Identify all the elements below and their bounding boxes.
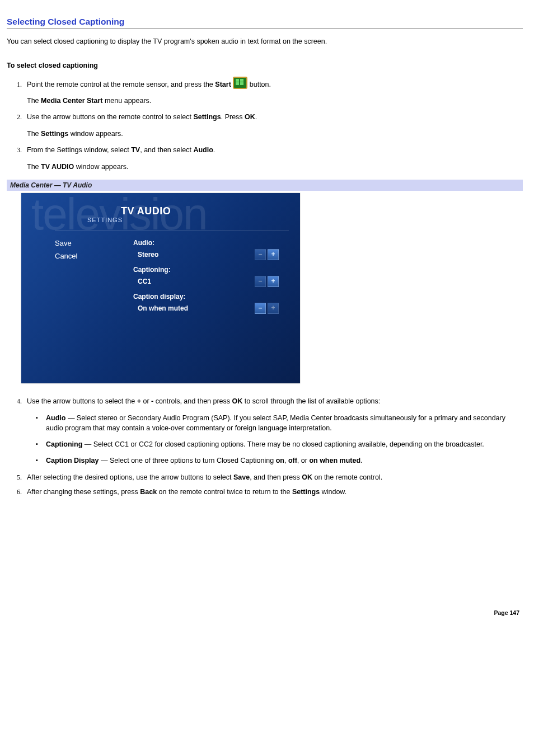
tv-audio-screenshot: television TV AUDIO SETTINGS Save Cancel… <box>21 193 300 383</box>
cancel-button[interactable]: Cancel <box>55 252 77 260</box>
step-6-text-c: window. <box>320 488 346 496</box>
step-2-note-c: window appears. <box>68 130 123 138</box>
step-5-text-b: , and then press <box>250 473 302 481</box>
option-cd-off: off <box>288 457 297 464</box>
screenshot-header-sub: SETTINGS <box>87 217 123 223</box>
option-captioning-text: — Select CC1 or CC2 for closed captionin… <box>82 440 484 448</box>
step-3-text-b: , and then select <box>140 146 193 154</box>
captioning-plus-button[interactable]: + <box>268 276 279 287</box>
captioning-minus-button[interactable]: – <box>255 276 266 287</box>
option-audio-text: — Select stereo or Secondary Audio Progr… <box>46 414 505 433</box>
option-audio: Audio — Select stereo or Secondary Audio… <box>36 413 523 434</box>
step-1-note-b: Media Center Start <box>41 97 102 105</box>
step-4-ok: OK <box>232 397 243 405</box>
intro-text: You can select closed captioning to disp… <box>7 36 523 47</box>
screenshot-left-column: Save Cancel <box>55 238 77 265</box>
option-cd-text-b: , <box>284 457 288 464</box>
step-2-settings: Settings <box>193 113 221 121</box>
caption-display-label: Caption display: <box>133 293 279 300</box>
procedure-list-continued: Use the arrow buttons to select the + or… <box>7 396 523 497</box>
audio-plus-button[interactable]: + <box>268 249 279 260</box>
step-4: Use the arrow buttons to select the + or… <box>24 396 523 466</box>
option-cd-text-c: , or <box>297 457 310 464</box>
figure-caption-bar: Media Center — TV Audio <box>7 180 523 191</box>
step-4-plus: + <box>137 397 141 405</box>
option-captioning: Captioning — Select CC1 or CC2 for close… <box>36 439 523 450</box>
step-1-text-b: button. <box>247 81 271 88</box>
screenshot-right-column: Audio: Stereo – + Captioning: CC1 – + Ca… <box>133 238 279 320</box>
option-captioning-label: Captioning <box>46 440 82 448</box>
step-2-text-c: . <box>255 113 257 121</box>
step-1: Point the remote control at the remote s… <box>24 77 523 106</box>
audio-value: Stereo <box>133 249 253 260</box>
step-6: After changing these settings, press Bac… <box>24 486 523 497</box>
step-4-text-d: to scroll through the list of available … <box>242 397 380 405</box>
step-3-note-c: window appears. <box>74 163 128 171</box>
step-3-tv: TV <box>131 146 140 154</box>
option-caption-display: Caption Display — Select one of three op… <box>36 456 523 466</box>
start-button-icon <box>233 77 247 89</box>
step-3-text-c: . <box>213 146 215 154</box>
step-5-ok: OK <box>302 473 312 481</box>
step-1-start: Start <box>215 81 231 88</box>
option-cd-on: on <box>276 457 284 464</box>
caption-display-plus-button[interactable]: + <box>268 303 279 314</box>
step-3-note-a: The <box>27 163 41 171</box>
step-2-note-b: Settings <box>41 130 68 138</box>
step-4-text-a: Use the arrow buttons to select the <box>27 397 137 405</box>
title-rule <box>7 28 523 29</box>
step-2-text-b: . Press <box>221 113 245 121</box>
step-5-save: Save <box>233 473 250 481</box>
option-audio-label: Audio <box>46 414 65 422</box>
page-title: Selecting Closed Captioning <box>7 17 523 27</box>
step-6-text-b: on the remote control twice to return to… <box>157 488 292 496</box>
procedure-heading: To select closed captioning <box>7 60 523 71</box>
step-3-text-a: From the Settings window, select <box>27 146 131 154</box>
step-4-options: Audio — Select stereo or Secondary Audio… <box>27 413 523 466</box>
step-5-text-a: After selecting the desired options, use… <box>27 473 233 481</box>
step-5-text-c: on the remote control. <box>312 473 382 481</box>
step-2-text-a: Use the arrow buttons on the remote cont… <box>27 113 193 121</box>
step-1-note-a: The <box>27 97 41 105</box>
option-cd-muted: on when muted <box>309 457 360 464</box>
captioning-label: Captioning: <box>133 266 279 274</box>
option-cd-text-a: — Select one of three options to turn Cl… <box>99 457 275 464</box>
step-1-text-a: Point the remote control at the remote s… <box>27 81 215 88</box>
screenshot-header-main: TV AUDIO <box>121 205 171 217</box>
step-3-audio: Audio <box>193 146 213 154</box>
step-1-note-c: menu appears. <box>102 97 151 105</box>
step-4-text-c: controls, and then press <box>153 397 232 405</box>
audio-minus-button[interactable]: – <box>255 249 266 260</box>
caption-display-minus-button[interactable]: – <box>255 303 266 314</box>
option-caption-display-label: Caption Display <box>46 457 99 464</box>
step-2-note-a: The <box>27 130 41 138</box>
step-6-settings: Settings <box>292 488 320 496</box>
step-2-ok: OK <box>245 113 255 121</box>
caption-display-value: On when muted <box>133 303 253 314</box>
option-cd-text-d: . <box>360 457 362 464</box>
page-number: Page 147 <box>7 609 523 616</box>
audio-label: Audio: <box>133 239 279 247</box>
step-3: From the Settings window, select TV, and… <box>24 144 523 172</box>
step-6-text-a: After changing these settings, press <box>27 488 140 496</box>
step-2: Use the arrow buttons on the remote cont… <box>24 111 523 139</box>
step-6-back: Back <box>140 488 157 496</box>
procedure-list: Point the remote control at the remote s… <box>7 77 523 172</box>
save-button[interactable]: Save <box>55 239 77 247</box>
step-3-note-b: TV AUDIO <box>41 163 74 171</box>
screenshot-separator <box>55 230 289 231</box>
captioning-value: CC1 <box>133 276 253 287</box>
step-4-text-b: or <box>141 397 151 405</box>
step-5: After selecting the desired options, use… <box>24 472 523 483</box>
